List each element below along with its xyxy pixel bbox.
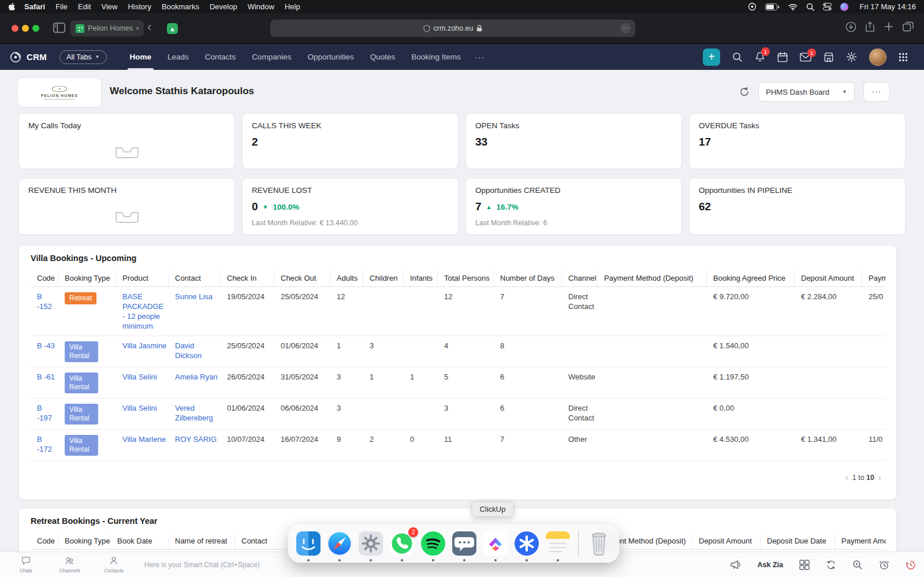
- dock-asterisk-app-icon[interactable]: [513, 530, 541, 557]
- smart-chat-hint[interactable]: Here is your Smart Chat (Ctrl+Space): [144, 561, 260, 569]
- pagination-next-icon[interactable]: ›: [878, 472, 881, 482]
- control-center-icon[interactable]: [823, 3, 832, 10]
- dashboard-selector[interactable]: PHMS Dash Board ▼: [758, 82, 855, 102]
- alarm-clock-icon[interactable]: [879, 560, 889, 570]
- downloads-icon[interactable]: [845, 21, 856, 32]
- notifications-bell-icon[interactable]: 1: [755, 51, 765, 62]
- record-link[interactable]: B -43: [37, 341, 55, 350]
- apple-menu-icon[interactable]: [8, 2, 16, 11]
- record-link[interactable]: B -172: [37, 435, 52, 453]
- sidebar-toggle-icon[interactable]: [53, 23, 65, 35]
- record-link[interactable]: Sunne Lisa: [175, 292, 213, 301]
- spotlight-search-icon[interactable]: [806, 3, 814, 11]
- calendar-icon[interactable]: [777, 52, 788, 62]
- dock-trash-icon[interactable]: [585, 530, 613, 557]
- ask-zia-button[interactable]: Ask Zia: [758, 561, 783, 569]
- search-icon[interactable]: [732, 52, 743, 62]
- tab-opportunities[interactable]: Opportunities: [299, 44, 362, 70]
- tab-contacts[interactable]: Contacts: [197, 44, 244, 70]
- clickup-extension-icon[interactable]: ▲: [167, 23, 178, 34]
- menu-item-history[interactable]: History: [128, 2, 151, 11]
- dock-notes-icon[interactable]: [544, 530, 572, 557]
- record-link[interactable]: David Dickson: [175, 341, 202, 360]
- menubar-clock[interactable]: Fri 17 May 14:16: [859, 2, 916, 11]
- record-link[interactable]: Villa Selini: [122, 404, 157, 412]
- page-settings-icon[interactable]: ···: [620, 23, 631, 33]
- back-button[interactable]: ‹: [147, 20, 151, 35]
- kpi-value-line: 7▲16.7%: [475, 200, 672, 213]
- zia-search-icon[interactable]: [852, 560, 863, 570]
- record-link[interactable]: BASE PACKADGE - 12 people minimum: [122, 292, 163, 330]
- tab-booking-items[interactable]: Booking Items: [403, 44, 469, 70]
- record-link[interactable]: B -197: [37, 404, 52, 422]
- apps-grid-icon[interactable]: [899, 53, 908, 62]
- dashboard-more-button[interactable]: ···: [863, 82, 890, 102]
- record-link[interactable]: B -152: [37, 292, 52, 311]
- dock-system-settings-icon[interactable]: [357, 530, 385, 557]
- cell-children: [363, 287, 404, 336]
- record-link[interactable]: Amelia Ryan: [175, 373, 218, 381]
- record-link[interactable]: Villa Marlene: [122, 435, 166, 444]
- megaphone-icon[interactable]: [730, 560, 742, 569]
- mail-icon[interactable]: 1: [800, 53, 811, 62]
- new-tab-icon[interactable]: [884, 21, 894, 32]
- zoom-window-button[interactable]: [32, 25, 39, 32]
- all-tabs-dropdown[interactable]: All Tabs ▼: [59, 50, 106, 64]
- table-pagination: ‹ 1 to 10 ›: [845, 472, 881, 482]
- salesiq-nav-items: ChatsChannelsContacts: [9, 556, 131, 574]
- salesiq-item-contacts[interactable]: Contacts: [97, 556, 131, 574]
- tab-leads[interactable]: Leads: [159, 44, 197, 70]
- menu-item-help[interactable]: Help: [285, 2, 300, 11]
- salesiq-item-channels[interactable]: Channels: [53, 556, 87, 574]
- dock-spotify-icon[interactable]: [419, 530, 447, 557]
- pagination-prev-icon[interactable]: ‹: [845, 472, 848, 482]
- wifi-icon[interactable]: [788, 3, 798, 10]
- menu-item-edit[interactable]: Edit: [78, 2, 91, 11]
- record-link[interactable]: ROY SARIG: [175, 435, 217, 444]
- salesiq-channels-icon: [65, 556, 74, 567]
- tab-home[interactable]: Home: [122, 44, 160, 70]
- cell-code: B -152: [31, 287, 58, 336]
- kpi-value: 7: [475, 200, 482, 213]
- marketplace-icon[interactable]: [824, 52, 834, 62]
- close-window-button[interactable]: [12, 25, 18, 32]
- record-link[interactable]: Villa Jasmine: [122, 341, 166, 350]
- tab-overview-icon[interactable]: [903, 21, 914, 32]
- menu-item-safari[interactable]: Safari: [24, 2, 45, 11]
- dock-chat-app-icon[interactable]: [450, 530, 478, 557]
- refresh-icon[interactable]: [739, 87, 750, 97]
- cell-price: € 0,00: [707, 399, 795, 429]
- address-bar[interactable]: crm.zoho.eu ···: [270, 20, 635, 37]
- settings-gear-icon[interactable]: [846, 51, 857, 62]
- menu-item-window[interactable]: Window: [248, 2, 274, 11]
- cell-infants: [404, 336, 438, 367]
- minimize-window-button[interactable]: [22, 25, 29, 32]
- record-link[interactable]: Villa Selini: [122, 373, 157, 381]
- quick-create-button[interactable]: +: [703, 49, 720, 66]
- menu-item-file[interactable]: File: [55, 2, 68, 11]
- menu-item-bookmarks[interactable]: Bookmarks: [162, 2, 199, 11]
- safari-profile-switcher[interactable]: Pelion Homes ▾: [70, 20, 144, 36]
- siri-icon[interactable]: [840, 3, 848, 11]
- tabs-more-button[interactable]: ···: [469, 52, 491, 62]
- tab-companies[interactable]: Companies: [244, 44, 299, 70]
- history-icon[interactable]: [906, 560, 916, 570]
- battery-icon[interactable]: [765, 3, 780, 10]
- dock-finder-icon[interactable]: [295, 530, 322, 557]
- record-link[interactable]: B -61: [37, 373, 55, 381]
- dock-safari-icon[interactable]: [326, 530, 353, 557]
- crm-brand[interactable]: CRM: [9, 51, 47, 64]
- dock-clickup-icon[interactable]: [482, 530, 509, 557]
- dock-whatsapp-icon[interactable]: 2: [388, 530, 416, 557]
- tab-quotes[interactable]: Quotes: [362, 44, 404, 70]
- salesiq-item-chats[interactable]: Chats: [9, 556, 43, 574]
- menu-item-view[interactable]: View: [102, 2, 118, 11]
- sync-arrows-icon[interactable]: [826, 560, 836, 570]
- menu-item-develop[interactable]: Develop: [210, 2, 237, 11]
- share-icon[interactable]: [865, 21, 875, 32]
- record-link[interactable]: Vered Zilbereberg: [175, 404, 213, 422]
- screen-mirroring-icon[interactable]: [748, 2, 757, 11]
- kpi-value: 33: [475, 136, 487, 148]
- widgets-icon[interactable]: [799, 560, 810, 570]
- user-avatar[interactable]: [869, 49, 886, 66]
